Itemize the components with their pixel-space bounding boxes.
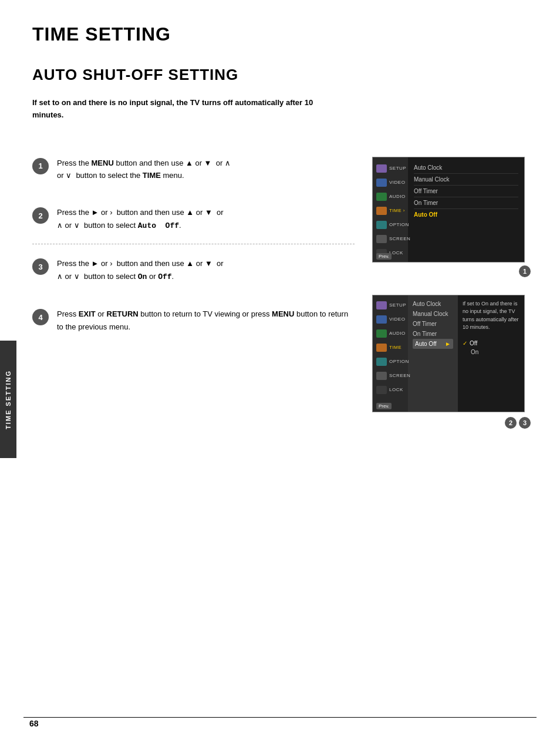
video-icon: [376, 179, 387, 187]
menu-item-autooff: Auto Off: [414, 209, 518, 220]
main-content: TIME SETTING AUTO SHUT-OFF SETTING If se…: [0, 0, 560, 482]
sidebar2-audio: AUDIO: [373, 327, 408, 340]
sidebar-item-option: OPTION: [373, 218, 408, 231]
right-description: If set to On and there is no input signa…: [463, 300, 519, 332]
prev-button-1: Prev.: [376, 253, 392, 260]
sidebar2-option: OPTION: [373, 355, 408, 368]
screen1-wrapper: SETUP VIDEO AUDIO: [372, 157, 531, 277]
setup2-icon: [376, 301, 387, 309]
mid-ontimer: On Timer: [413, 329, 453, 339]
page-title: TIME SETTING: [32, 23, 531, 45]
screen2-icon: [376, 372, 387, 380]
video2-icon: [376, 315, 387, 324]
intro-text: If set to on and there is no input signa…: [32, 97, 326, 122]
screenshots-column: SETUP VIDEO AUDIO: [372, 157, 531, 446]
sidebar-item-setup: SETUP: [373, 162, 408, 175]
sidebar2-video: VIDEO: [373, 313, 408, 326]
tv-screen-2: SETUP VIDEO AUDIO: [372, 295, 525, 412]
step-number-4: 4: [32, 309, 49, 325]
option-on: On: [463, 348, 519, 356]
tv-screen-1: SETUP VIDEO AUDIO: [372, 157, 525, 263]
sidebar-item-time: TIME ›: [373, 204, 408, 217]
menu-sidebar-2: SETUP VIDEO AUDIO: [373, 295, 408, 412]
time-icon: [376, 207, 387, 215]
menu-item-autoclock: Auto Clock: [414, 162, 518, 174]
steps-column: 1 Press the MENU button and then use ▲ o…: [32, 157, 355, 446]
badge-row-1: 1: [372, 265, 531, 277]
step-3: 3 Press the ► or › button and then use ▲…: [32, 257, 355, 295]
screen2-wrapper: SETUP VIDEO AUDIO: [372, 295, 531, 429]
page-number: 68: [29, 719, 39, 728]
badge-1: 1: [519, 265, 531, 277]
bottom-line: [23, 717, 537, 718]
steps-area: 1 Press the MENU button and then use ▲ o…: [32, 157, 531, 446]
step-text-2: Press the ► or › button and then use ▲ o…: [57, 206, 355, 232]
menu-panel-1: Auto Clock Manual Clock Off Timer On Tim…: [408, 157, 524, 262]
mid-offtimer: Off Timer: [413, 319, 453, 329]
menu-container-2: SETUP VIDEO AUDIO: [373, 295, 524, 412]
side-tab: TIME SETTING: [0, 341, 16, 458]
menu-container-1: SETUP VIDEO AUDIO: [373, 157, 524, 262]
step-number-3: 3: [32, 258, 49, 275]
step-text-3: Press the ► or › button and then use ▲ o…: [57, 257, 355, 283]
side-tab-label: TIME SETTING: [5, 370, 12, 429]
sidebar2-setup: SETUP: [373, 299, 408, 312]
badge-2: 2: [505, 417, 517, 429]
menu-right-panel: If set to On and there is no input signa…: [458, 295, 524, 412]
option-icon: [376, 221, 387, 229]
audio2-icon: [376, 329, 387, 338]
menu-item-ontimer: On Timer: [414, 197, 518, 209]
prev-button-2: Prev.: [376, 403, 392, 409]
sidebar-item-video: VIDEO: [373, 176, 408, 189]
sidebar-item-screen: SCREEN: [373, 233, 408, 245]
mid-manualclock: Manual Clock: [413, 309, 453, 319]
badge-3: 3: [519, 417, 531, 429]
badge-row-2: 2 3: [372, 417, 531, 429]
sidebar2-screen: SCREEN: [373, 369, 408, 382]
sidebar2-time: TIME: [373, 341, 408, 354]
sidebar-item-audio: AUDIO: [373, 190, 408, 203]
option2-icon: [376, 358, 387, 366]
screen-icon: [376, 235, 387, 243]
section-title: AUTO SHUT-OFF SETTING: [32, 66, 531, 84]
step-text-1: Press the MENU button and then use ▲ or …: [57, 157, 355, 182]
mid-autooff: Auto Off ►: [413, 339, 453, 349]
menu-middle-panel: Auto Clock Manual Clock Off Timer On Tim…: [408, 295, 458, 412]
menu-item-offtimer: Off Timer: [414, 186, 518, 197]
option-off: ✓ Off: [463, 339, 519, 348]
menu-sidebar-1: SETUP VIDEO AUDIO: [373, 157, 408, 262]
setup-icon: [376, 164, 387, 173]
step-2: 2 Press the ► or › button and then use ▲…: [32, 206, 355, 244]
lock2-icon: [376, 386, 387, 394]
step-text-4: Press EXIT or RETURN button to return to…: [57, 308, 355, 333]
step-number-2: 2: [32, 207, 49, 224]
time2-icon: [376, 344, 387, 352]
mid-autoclock: Auto Clock: [413, 299, 453, 309]
step-number-1: 1: [32, 158, 49, 174]
step-4: 4 Press EXIT or RETURN button to return …: [32, 308, 355, 345]
step-1: 1 Press the MENU button and then use ▲ o…: [32, 157, 355, 194]
menu-item-manualclock: Manual Clock: [414, 174, 518, 186]
sidebar2-lock: LOCK: [373, 383, 408, 396]
audio-icon: [376, 193, 387, 201]
